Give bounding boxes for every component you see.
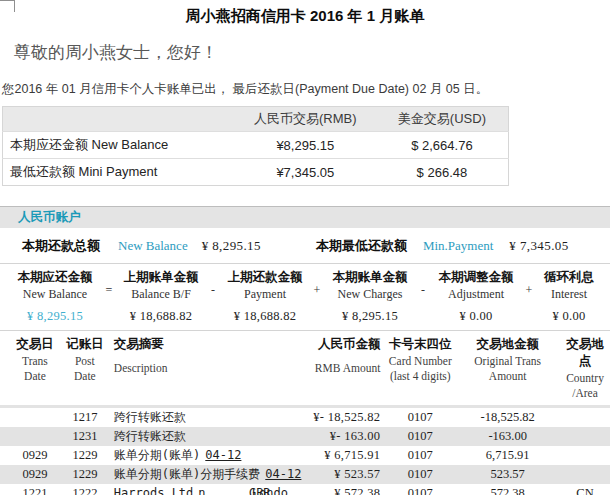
transactions-header-row: 交易日 Trans Date 记账日 Post Date 交易摘要 Descri… [0, 331, 610, 403]
new-balance-rmb: ¥8,295.15 [235, 132, 376, 159]
formula-interest: 循环利息 Interest ¥ 0.00 [534, 269, 604, 324]
balance-summary-table: 人民币交易(RMB) 美金交易(USD) 本期应还金额 New Balance … [2, 106, 509, 186]
formula-new-charges: 本期账单金额 New Charges ¥ 8,295.15 [322, 269, 418, 324]
balance-formula-strip: 本期应还金额 New Balance ¥ 8,295.15 = 上期账单金额 B… [0, 264, 610, 330]
min-due-label: 本期最低还款额 [316, 237, 407, 255]
description: 跨行转账还款 [114, 410, 304, 425]
header-description: 交易摘要 Description [114, 336, 304, 400]
table-row: 0929 1229 账单分期(账单)分期手续费04-12 ¥ 523.57 01… [0, 465, 610, 484]
table-row: 最低还款额 Mini Payment ¥7,345.05 $ 266.48 [3, 159, 509, 186]
post-date: 1229 [62, 448, 108, 463]
header-country: 交易地点 Country /Area [560, 336, 610, 400]
original-amount: -18,525.82 [455, 410, 560, 425]
post-date: 1229 [62, 467, 108, 482]
header-trans-date: 交易日 Trans Date [12, 336, 58, 400]
min-payment-usd: $ 266.48 [376, 159, 509, 186]
operator-plus: + [312, 269, 322, 324]
min-payment-link[interactable]: Min.Payment [423, 238, 493, 254]
post-date: 1217 [62, 410, 108, 425]
card-last4: 0107 [385, 467, 455, 482]
new-balance-link[interactable]: New Balance [118, 238, 188, 254]
table-row: 1231 跨行转账还款 ¥- 163.00 0107 -163.00 [0, 427, 610, 446]
header-original-amount: 交易地金额 Original Trans Amount [455, 336, 560, 400]
operator-equals: = [104, 269, 114, 324]
statement-intro: 您2016 年 01 月信用卡个人卡账单已出， 最后还款日(Payment Du… [2, 81, 610, 98]
total-due-label: 本期还款总额 [22, 237, 100, 255]
min-payment-label: 最低还款额 Mini Payment [3, 159, 235, 186]
header-post-date: 记账日 Post Date [62, 336, 108, 400]
new-balance-usd: $ 2,664.76 [376, 132, 509, 159]
header-rmb-amount: 人民币金额 RMB Amount [285, 336, 381, 400]
page-corner-mark [0, 0, 15, 12]
summary-header-row: 人民币交易(RMB) 美金交易(USD) [3, 107, 509, 132]
operator-plus: + [524, 269, 534, 324]
summary-header-rmb: 人民币交易(RMB) [235, 107, 376, 132]
description: Harrods LtdLondon GBR [114, 486, 304, 495]
formula-adjustment: 本期调整金额 Adjustment ¥ 0.00 [428, 269, 524, 324]
table-row: 1221 1222 Harrods LtdLondon GBR ¥ 572.38… [0, 484, 610, 495]
rmb-account-section-header: 人民币账户 [0, 206, 610, 228]
post-date: 1231 [62, 429, 108, 444]
min-payment-rmb: ¥7,345.05 [235, 159, 376, 186]
formula-payment: 上期还款金额 Payment ¥ 18,688.82 [218, 269, 312, 324]
description: 跨行转账还款 [114, 429, 304, 444]
operator-minus: - [418, 269, 428, 324]
statement-title: 周小燕招商信用卡 2016 年 1 月账单 [0, 7, 610, 26]
original-amount: 6,715.91 [455, 448, 560, 463]
new-balance-label: 本期应还金额 New Balance [3, 132, 235, 159]
description: 账单分期(账单)分期手续费04-12 [114, 467, 304, 482]
original-amount: 523.57 [455, 467, 560, 482]
summary-header-empty [3, 107, 235, 132]
greeting-text: 尊敬的周小燕女士，您好！ [14, 41, 610, 64]
trans-date: 0929 [12, 467, 58, 482]
summary-header-usd: 美金交易(USD) [376, 107, 509, 132]
header-card-number: 卡号末四位 Card Number (last 4 digits) [385, 336, 455, 400]
description: 账单分期(账单)04-12 [114, 448, 304, 463]
min-due-value: ¥ 7,345.05 [509, 238, 568, 254]
table-row: 1217 跨行转账还款 ¥- 18,525.82 0107 -18,525.82 [0, 408, 610, 427]
total-due-value: ¥ 8,295.15 [202, 238, 261, 254]
card-last4: 0107 [385, 448, 455, 463]
formula-new-balance: 本期应还金额 New Balance ¥ 8,295.15 [6, 269, 104, 324]
country-area: CN [560, 486, 610, 495]
post-date: 1222 [62, 486, 108, 495]
table-row: 本期应还金额 New Balance ¥8,295.15 $ 2,664.76 [3, 132, 509, 159]
card-last4: 0107 [385, 410, 455, 425]
table-row: 0929 1229 账单分期(账单)04-12 ¥ 6,715.91 0107 … [0, 446, 610, 465]
formula-balance-bf: 上期账单金额 Balance B/F ¥ 18,688.82 [114, 269, 208, 324]
card-last4: 0107 [385, 486, 455, 495]
rmb-account-summary-row: 本期还款总额 New Balance ¥ 8,295.15 本期最低还款额 Mi… [0, 228, 610, 263]
card-last4: 0107 [385, 429, 455, 444]
original-amount: 572.38 [455, 486, 560, 495]
trans-date: 0929 [12, 448, 58, 463]
original-amount: -163.00 [455, 429, 560, 444]
trans-date: 1221 [12, 486, 58, 495]
operator-minus: - [208, 269, 218, 324]
